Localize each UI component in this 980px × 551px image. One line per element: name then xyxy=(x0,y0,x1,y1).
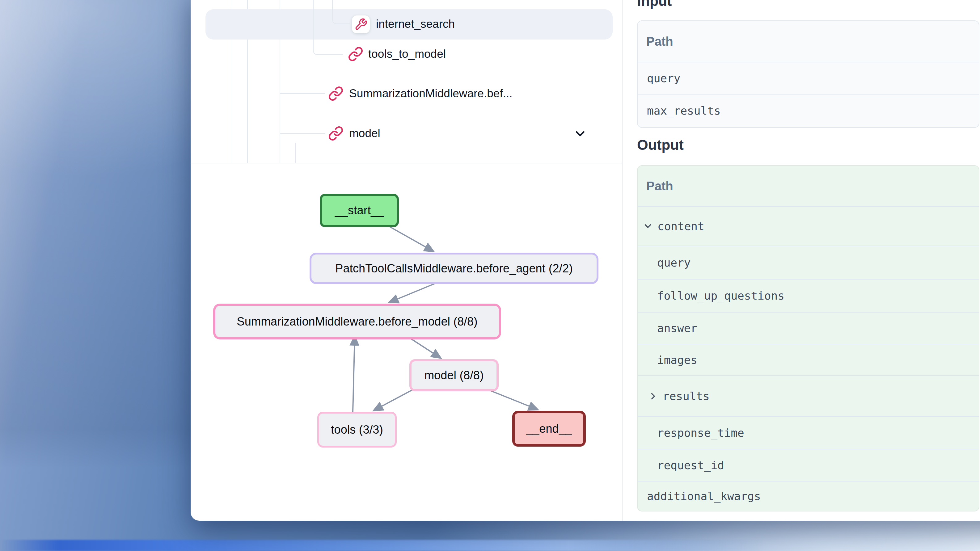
input-path-table: Path query max_results xyxy=(637,21,979,128)
output-row-results[interactable]: results xyxy=(638,376,979,417)
tree-row-model[interactable]: model xyxy=(349,127,380,140)
path-label: additional_kwargs xyxy=(647,490,760,502)
graph-node-label: SummarizationMiddleware.before_model (8/… xyxy=(237,315,477,328)
path-label: response_time xyxy=(657,427,744,439)
path-label: content xyxy=(657,220,705,233)
graph-node-tools[interactable]: tools (3/3) xyxy=(317,412,397,448)
tool-icon-tile[interactable] xyxy=(352,16,370,33)
output-section-title: Output xyxy=(637,137,684,153)
column-header-label: Path xyxy=(646,35,673,49)
graph-edges xyxy=(191,164,622,521)
graph-node-model[interactable]: model (8/8) xyxy=(409,359,499,391)
graph-node-summarization-middleware[interactable]: SummarizationMiddleware.before_model (8/… xyxy=(213,303,501,340)
output-row-content[interactable]: content xyxy=(638,206,979,246)
output-row-follow-up-questions: follow_up_questions xyxy=(638,279,979,313)
output-path-table: Path content query follow_up_questions a… xyxy=(637,165,979,511)
path-label: query xyxy=(657,256,690,269)
input-row-max-results: max_results xyxy=(638,95,979,127)
graph-node-label: PatchToolCallsMiddleware.before_agent (2… xyxy=(335,262,573,275)
path-label: answer xyxy=(657,322,697,335)
tree-row-tools-to-model[interactable]: tools_to_model xyxy=(368,48,446,60)
graph-node-start[interactable]: __start__ xyxy=(320,194,399,227)
input-row-query: query xyxy=(638,62,979,95)
tree-branch-connector xyxy=(280,93,325,94)
graph-node-label: __start__ xyxy=(335,204,384,217)
output-row-query: query xyxy=(638,246,979,279)
wallpaper-light-streak xyxy=(0,540,980,551)
path-label: images xyxy=(657,354,697,366)
tree-branch-connector xyxy=(280,133,325,134)
tree-row-internet-search[interactable]: internet_search xyxy=(376,17,455,30)
output-row-response-time: response_time xyxy=(638,417,979,449)
output-row-additional-kwargs: additional_kwargs xyxy=(638,481,979,511)
tree-branch-connector xyxy=(295,143,296,163)
path-label: query xyxy=(647,72,680,85)
path-label: request_id xyxy=(657,459,724,472)
path-label: max_results xyxy=(647,105,721,117)
window-canvas: internet_search tools_to_model Summariza… xyxy=(191,0,980,521)
column-header-label: Path xyxy=(646,179,673,193)
path-label: results xyxy=(663,390,710,402)
trace-window: internet_search tools_to_model Summariza… xyxy=(191,0,980,521)
graph-node-label: __end__ xyxy=(526,422,572,435)
path-column-header: Path xyxy=(638,166,979,206)
link-icon xyxy=(328,126,344,141)
graph-node-label: tools (3/3) xyxy=(331,423,383,437)
graph-node-label: model (8/8) xyxy=(424,369,484,382)
tree-row-summarization-middleware[interactable]: SummarizationMiddleware.bef... xyxy=(349,87,512,100)
wrench-icon xyxy=(354,18,368,31)
input-section-title: Input xyxy=(637,0,672,9)
path-column-header: Path xyxy=(638,21,979,62)
path-label: follow_up_questions xyxy=(657,289,784,302)
output-row-answer: answer xyxy=(638,313,979,345)
graph-node-end[interactable]: __end__ xyxy=(512,411,586,446)
output-row-images: images xyxy=(638,345,979,376)
tree-branch-connector xyxy=(313,0,343,55)
chevron-right-icon[interactable] xyxy=(648,391,659,402)
link-icon xyxy=(348,46,363,62)
link-icon xyxy=(328,86,344,101)
panel-divider xyxy=(622,0,622,521)
chevron-down-icon[interactable] xyxy=(573,127,587,142)
graph-node-patch-tool-calls-middleware[interactable]: PatchToolCallsMiddleware.before_agent (2… xyxy=(310,252,598,284)
chevron-down-icon[interactable] xyxy=(643,221,653,231)
output-row-request-id: request_id xyxy=(638,449,979,481)
